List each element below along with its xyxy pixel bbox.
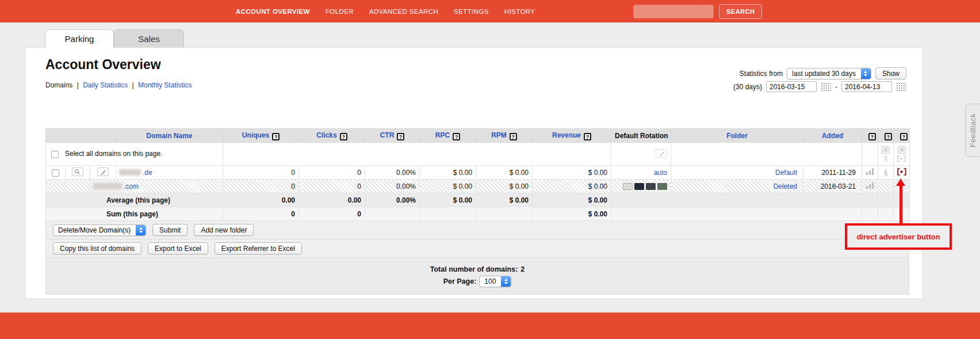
- tab-parking[interactable]: Parking: [45, 29, 114, 48]
- search-input[interactable]: [633, 5, 714, 18]
- header-spacer: [46, 129, 116, 143]
- period-days-label: (30 days): [733, 83, 762, 91]
- breadcrumb: Domains | Daily Statistics | Monthly Sta…: [45, 81, 192, 89]
- show-button[interactable]: Show: [875, 67, 906, 79]
- select-stepper-icon: [136, 225, 146, 235]
- table-header-row: Domain Name Uniques? Clicks? CTR? RPC? R…: [46, 129, 910, 143]
- nav-folder[interactable]: FOLDER: [326, 8, 354, 15]
- help-icon[interactable]: ?: [584, 133, 591, 140]
- link-daily-statistics[interactable]: Daily Statistics: [83, 81, 128, 89]
- nav-advanced-search[interactable]: ADVANCED SEARCH: [369, 8, 438, 15]
- domain-statistics-icon[interactable]: [866, 168, 874, 175]
- rpm-cell: $ 0.00: [476, 166, 533, 180]
- help-icon[interactable]: ?: [397, 133, 404, 140]
- row-checkbox[interactable]: [52, 169, 59, 177]
- col-header-legal: ?: [878, 129, 894, 143]
- help-icon[interactable]: ?: [510, 133, 517, 140]
- domain-statistics-icon[interactable]: [866, 182, 874, 189]
- summary-area: Total number of domains: 2 Per Page: 100: [45, 258, 909, 295]
- rotation-template-thumbnail[interactable]: [646, 183, 656, 190]
- help-icon[interactable]: ?: [272, 133, 280, 140]
- export-referrer-button[interactable]: Export Referrer to Excel: [215, 242, 302, 254]
- nav-history[interactable]: HISTORY: [504, 8, 535, 15]
- domain-row-deleted: .com 0 0 0.00% $ 0.00 $ 0.00 $ 0.00 Dele…: [46, 180, 910, 193]
- added-cell: 2011-11-29: [803, 166, 862, 180]
- clear-legal-icon[interactable]: [882, 146, 890, 154]
- clicks-cell: 0: [299, 180, 365, 193]
- breadcrumb-separator: |: [77, 81, 79, 89]
- help-icon[interactable]: ?: [900, 133, 908, 140]
- col-header-direct-advertiser: ?: [894, 129, 910, 143]
- col-header-folder[interactable]: Folder: [671, 129, 803, 143]
- masked-domain-name: [93, 183, 122, 189]
- rotation-template-thumbnail[interactable]: [634, 183, 644, 190]
- select-all-label: Select all domains on this page.: [65, 150, 162, 158]
- help-icon[interactable]: ?: [868, 133, 876, 140]
- col-header-domain-name[interactable]: Domain Name: [116, 129, 223, 143]
- add-new-folder-button[interactable]: Add new folder: [194, 224, 254, 236]
- added-cell: 2016-03-21: [803, 180, 862, 193]
- top-search-area: SEARCH: [633, 4, 762, 19]
- col-header-uniques[interactable]: Uniques?: [223, 129, 299, 143]
- date-to-input[interactable]: [841, 81, 892, 92]
- clear-direct-advertiser-icon[interactable]: [898, 146, 906, 154]
- col-header-rpm[interactable]: RPM?: [476, 129, 533, 143]
- uniques-cell: 0: [223, 180, 299, 193]
- calendar-icon[interactable]: [896, 82, 906, 91]
- help-icon[interactable]: ?: [453, 133, 460, 140]
- domain-name-cell: .de: [116, 166, 223, 180]
- col-header-statistics: ?: [862, 129, 878, 143]
- export-actions-row: Copy this list of domains Export to Exce…: [45, 239, 909, 258]
- annotation-arrow-head: [896, 178, 905, 186]
- submit-button[interactable]: Submit: [152, 224, 187, 236]
- section-sign-icon[interactable]: §: [884, 155, 888, 162]
- statistics-range-select[interactable]: last updated 30 days: [787, 68, 871, 79]
- col-header-rpc[interactable]: RPC?: [420, 129, 476, 143]
- statistics-controls: Statistics from last updated 30 days Sho…: [733, 67, 906, 92]
- nav-settings[interactable]: SETTINGS: [454, 8, 489, 15]
- col-header-ctr[interactable]: CTR?: [365, 129, 420, 143]
- help-icon[interactable]: ?: [885, 133, 892, 140]
- direct-advertiser-icon[interactable]: [897, 168, 906, 176]
- total-domains-value: 2: [520, 265, 525, 273]
- rotation-template-thumbnail[interactable]: [657, 183, 667, 190]
- feedback-tab[interactable]: Feedback: [965, 104, 980, 157]
- calendar-icon[interactable]: [821, 82, 831, 91]
- main-menu: ACCOUNT OVERVIEW FOLDER ADVANCED SEARCH …: [236, 0, 535, 22]
- masked-domain-name: [119, 169, 141, 176]
- folder-link[interactable]: Default: [775, 169, 797, 177]
- screen: ACCOUNT OVERVIEW FOLDER ADVANCED SEARCH …: [0, 0, 980, 339]
- link-monthly-statistics[interactable]: Monthly Statistics: [138, 81, 192, 89]
- copy-list-button[interactable]: Copy this list of domains: [53, 242, 141, 254]
- domain-name-cell: .com: [90, 180, 223, 193]
- clicks-cell: 0: [299, 166, 365, 180]
- date-from-input[interactable]: [766, 81, 817, 92]
- preview-domain-icon[interactable]: [72, 167, 83, 176]
- rotation-bulk-edit-cell: [611, 143, 671, 166]
- edit-rotation-icon[interactable]: [656, 149, 667, 158]
- statistics-from-label: Statistics from: [740, 70, 783, 78]
- nav-account-overview[interactable]: ACCOUNT OVERVIEW: [236, 8, 310, 15]
- domain-link[interactable]: .de: [143, 169, 152, 177]
- per-page-select[interactable]: 100: [479, 276, 511, 287]
- domain-link[interactable]: .com: [124, 182, 139, 191]
- select-stepper-icon: [501, 276, 511, 287]
- rotation-auto-link[interactable]: auto: [654, 169, 667, 177]
- export-excel-button[interactable]: Export to Excel: [148, 242, 208, 254]
- bulk-action-select[interactable]: Delete/Move Domain(s): [53, 224, 146, 236]
- rotation-template-thumbnail[interactable]: [623, 183, 633, 190]
- select-all-checkbox[interactable]: [51, 151, 59, 158]
- col-header-revenue[interactable]: Revenue?: [533, 129, 611, 143]
- tab-sales[interactable]: Sales: [114, 29, 184, 48]
- average-label: Average (this page): [46, 193, 223, 207]
- col-header-clicks[interactable]: Clicks?: [299, 129, 365, 143]
- uniques-cell: 0: [223, 166, 299, 180]
- edit-domain-icon[interactable]: [97, 167, 109, 176]
- help-icon[interactable]: ?: [340, 133, 347, 140]
- average-row: Average (this page) 0.00 0.00 0.00% $ 0.…: [46, 193, 910, 207]
- folder-link[interactable]: Deleted: [774, 182, 797, 191]
- col-header-added[interactable]: Added: [803, 129, 862, 143]
- search-button[interactable]: SEARCH: [719, 4, 762, 19]
- section-sign-icon[interactable]: §: [884, 169, 888, 177]
- feedback-tab-label: Feedback: [969, 113, 977, 147]
